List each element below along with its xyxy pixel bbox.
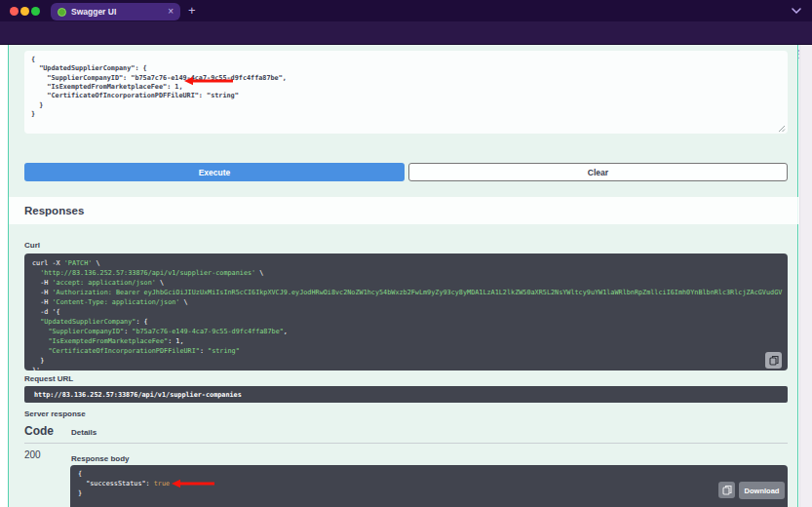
curl-label: Curl xyxy=(24,241,40,250)
minimize-window-button[interactable] xyxy=(20,7,29,16)
execute-button[interactable]: Execute xyxy=(24,163,405,181)
tab-swagger-ui[interactable]: Swagger UI × xyxy=(51,3,180,20)
annotation-arrow-fee xyxy=(184,76,233,86)
tab-title: Swagger UI xyxy=(71,7,163,17)
request-body-editor[interactable]: { "UpdatedSupplierCompany": { "SupplierC… xyxy=(24,51,788,134)
tab-list-chevron-down-icon[interactable] xyxy=(792,8,801,15)
curl-code-block: curl -X 'PATCH' \ 'http://83.136.252.57:… xyxy=(24,254,788,370)
clear-button[interactable]: Clear xyxy=(408,163,788,181)
clipboard-icon xyxy=(769,355,779,366)
code-column-header: Code xyxy=(24,424,54,438)
responses-title: Responses xyxy=(24,205,84,216)
close-window-button[interactable] xyxy=(10,7,19,16)
request-url-value: http://83.136.252.57:33876/api/v1/suppli… xyxy=(24,386,788,403)
status-code: 200 xyxy=(24,449,41,460)
textarea-resize-grip[interactable] xyxy=(777,124,786,133)
request-url-label: Request URL xyxy=(24,374,73,383)
download-button[interactable]: Download xyxy=(739,482,785,499)
clipboard-icon xyxy=(722,485,732,495)
annotation-arrow-success xyxy=(172,479,214,488)
tab-close-icon[interactable]: × xyxy=(168,7,174,17)
response-body-label: Response body xyxy=(71,454,130,463)
new-tab-button[interactable]: + xyxy=(188,3,196,18)
zoom-window-button[interactable] xyxy=(31,7,40,16)
table-divider xyxy=(24,443,788,444)
copy-curl-button[interactable] xyxy=(765,352,782,369)
browser-tab-bar: Swagger UI × + xyxy=(0,0,812,21)
browser-window: Swagger UI × + Not Secure xyxy=(0,0,812,507)
responses-section-header: Responses xyxy=(9,197,798,224)
browser-nav-bar: Not Secure http://83.136.252.57:33876/sw… xyxy=(0,21,812,45)
copy-response-button[interactable] xyxy=(718,482,735,498)
details-column-header: Details xyxy=(71,428,97,437)
server-response-label: Server response xyxy=(24,410,86,418)
page-scrollbar[interactable] xyxy=(799,45,812,507)
swagger-favicon-icon xyxy=(58,8,66,17)
